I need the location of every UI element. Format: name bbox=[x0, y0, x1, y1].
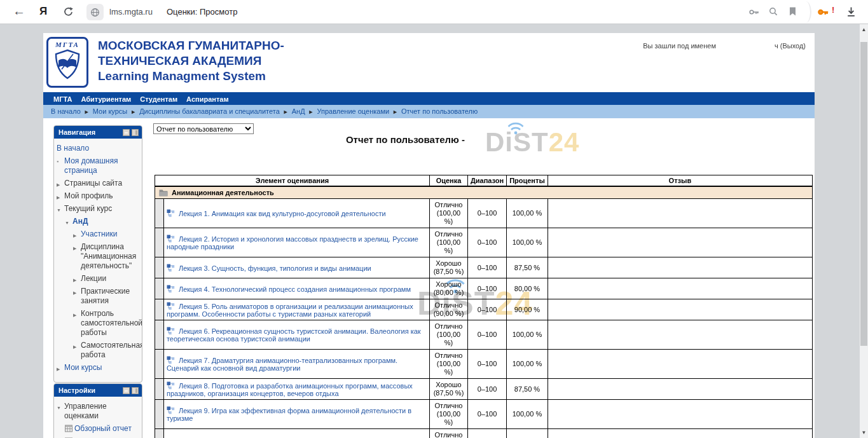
breadcrumb-link[interactable]: Отчет по пользователю bbox=[401, 107, 478, 115]
collapse-toggle-icon[interactable]: ▼ bbox=[57, 403, 61, 413]
nav-item: ▶Дисциплина "Анимационная деятельность" bbox=[57, 242, 140, 271]
percent-cell: 90,00 % bbox=[507, 299, 548, 320]
grade-item-link[interactable]: Лекция 6. Рекреационная сущность туристс… bbox=[167, 327, 421, 343]
grade-word: Отлично bbox=[432, 201, 465, 209]
grade-item-link[interactable]: Лекция 9. Игра как эффективная форма ани… bbox=[167, 407, 411, 422]
nav-item-label[interactable]: АнД bbox=[72, 217, 88, 226]
browser-toolbar: ← Я lms.mgta.ru Оценки: Просмотр ! bbox=[0, 0, 868, 24]
grade-row: Лекция 7. Драматургия анимационно-театра… bbox=[155, 350, 813, 379]
grade-row: Лекция 4. Технологический процесс создан… bbox=[155, 278, 813, 299]
breadcrumb-link[interactable]: Дисциплины бакалавриата и специалитета bbox=[139, 107, 280, 115]
nav-item: ▪Моя домашняя страница bbox=[57, 156, 140, 175]
feedback-cell bbox=[548, 299, 812, 320]
settings-block: Настройки ▼Управление оценками Обзорный … bbox=[53, 383, 142, 438]
report-type-select[interactable]: Отчет по пользователю bbox=[153, 123, 254, 134]
range-cell: 0–100 bbox=[467, 199, 506, 228]
nav-item-label: Мой профиль bbox=[64, 191, 113, 200]
grade-word: Отлично bbox=[432, 230, 465, 238]
range-cell: 0–100 bbox=[467, 228, 506, 257]
academy-title: МОСКОВСКАЯ ГУМАНИТАРНО- ТЕХНИЧЕСКАЯ АКАД… bbox=[98, 38, 284, 84]
back-button[interactable]: ← bbox=[13, 4, 25, 18]
range-cell: 0–100 bbox=[467, 299, 506, 320]
scrollbar-thumb[interactable] bbox=[860, 42, 867, 346]
logo-text: МГТА bbox=[48, 41, 86, 48]
search-zoom-icon[interactable] bbox=[768, 6, 778, 17]
breadcrumb-separator-icon: ► bbox=[283, 109, 289, 115]
feedback-cell bbox=[548, 379, 812, 400]
range-cell: 0–100 bbox=[467, 257, 506, 278]
expand-toggle-icon[interactable]: ▶ bbox=[57, 193, 60, 202]
password-key-icon[interactable] bbox=[749, 7, 760, 17]
expand-toggle-icon[interactable]: ▶ bbox=[73, 243, 76, 253]
nav-item-label[interactable]: Участники bbox=[81, 229, 117, 238]
logout-link[interactable]: ч (Выход) bbox=[775, 42, 806, 50]
grade-item-link[interactable]: Лекция 2. История и хронология массовых … bbox=[167, 235, 418, 250]
nav-item-label[interactable]: Мои курсы bbox=[64, 363, 102, 372]
breadcrumb-link[interactable]: В начало bbox=[51, 107, 81, 115]
block-dock-icon[interactable] bbox=[132, 387, 139, 394]
indent-cell bbox=[155, 228, 164, 257]
indent-cell bbox=[155, 429, 164, 438]
block-minimize-icon[interactable] bbox=[123, 387, 130, 394]
collapse-toggle-icon[interactable]: ▼ bbox=[65, 218, 69, 228]
grade-pct: (87,50 %) bbox=[432, 389, 465, 397]
protect-password-alert-icon[interactable] bbox=[818, 7, 830, 17]
grade-word: Хорошо bbox=[432, 259, 465, 268]
nav-item-label[interactable]: В начало bbox=[57, 144, 89, 153]
grade-item-link[interactable]: Лекция 1. Анимация как вид культурно-дос… bbox=[179, 210, 386, 217]
range-cell: 0–100 bbox=[467, 429, 506, 438]
navbar-item-мгта[interactable]: МГТА bbox=[53, 95, 72, 103]
scroll-up-arrow-icon[interactable]: ▲ bbox=[860, 27, 868, 32]
indent-cell bbox=[155, 379, 164, 400]
bullet-icon: ▪ bbox=[57, 157, 59, 167]
browser-scrollbar[interactable]: ▲ ▼ bbox=[860, 24, 868, 438]
grade-item-link[interactable]: Лекция 7. Драматургия анимационно-театра… bbox=[167, 357, 397, 372]
expand-toggle-icon[interactable]: ▶ bbox=[73, 342, 76, 352]
settings-item-label[interactable]: Обзорный отчет bbox=[74, 424, 132, 433]
feedback-cell bbox=[548, 199, 812, 228]
scroll-down-arrow-icon[interactable]: ▼ bbox=[860, 430, 868, 435]
refresh-icon[interactable] bbox=[63, 6, 74, 17]
lms-subtitle: Learning Managment System bbox=[98, 69, 284, 84]
yandex-browser-icon[interactable]: Я bbox=[39, 5, 47, 18]
navbar-item-аспирантам[interactable]: Аспирантам bbox=[186, 95, 228, 103]
expand-toggle-icon[interactable]: ▶ bbox=[73, 288, 76, 298]
breadcrumb-link[interactable]: АнД bbox=[292, 107, 305, 115]
expand-toggle-icon[interactable]: ▶ bbox=[73, 310, 76, 320]
nav-item: В начало bbox=[57, 144, 140, 153]
breadcrumb-link[interactable]: Мои курсы bbox=[93, 107, 127, 115]
expand-toggle-icon[interactable]: ▶ bbox=[73, 275, 76, 285]
grade-word: Отлично bbox=[432, 322, 465, 331]
page-title: Отчет по пользователю - bbox=[76, 134, 734, 145]
page-background: МГТА МОСКОВСКАЯ ГУМАНИТАРНО- ТЕХНИЧЕСКАЯ… bbox=[0, 24, 860, 438]
grade-row: Итоговое тестирование Отлично(100,00 %) … bbox=[155, 429, 813, 438]
academy-title-line1: МОСКОВСКАЯ ГУМАНИТАРНО- bbox=[98, 38, 284, 53]
lesson-icon bbox=[167, 406, 175, 414]
breadcrumb-link[interactable]: Управление оценками bbox=[317, 107, 390, 115]
address-bar-url[interactable]: lms.mgta.ru bbox=[109, 7, 153, 17]
grade-item-link[interactable]: Лекция 4. Технологический процесс создан… bbox=[179, 285, 411, 293]
expand-toggle-icon[interactable]: ▶ bbox=[57, 364, 60, 374]
nav-item-label[interactable]: Моя домашняя страница bbox=[64, 156, 118, 175]
bookmark-icon[interactable] bbox=[788, 6, 797, 17]
item-icon-slot bbox=[167, 357, 179, 364]
feedback-cell bbox=[548, 429, 812, 438]
navbar-item-студентам[interactable]: Студентам bbox=[140, 95, 177, 103]
navbar-item-абитуриентам[interactable]: Абитуриентам bbox=[81, 95, 131, 103]
mgta-logo[interactable]: МГТА bbox=[46, 37, 88, 88]
nav-item-label: Текущий курс bbox=[64, 204, 112, 213]
nav-item: ▼Текущий курс bbox=[57, 204, 140, 214]
site-info-chip[interactable] bbox=[86, 4, 104, 20]
range-cell: 0–100 bbox=[467, 379, 506, 400]
percent-cell: 100,00 % bbox=[507, 429, 548, 438]
expand-toggle-icon[interactable]: ▶ bbox=[73, 231, 76, 240]
settings-item-label: Управление оценками bbox=[64, 402, 107, 420]
collapse-toggle-icon[interactable]: ▼ bbox=[57, 205, 61, 215]
expand-toggle-icon[interactable]: ▶ bbox=[57, 180, 60, 189]
grade-item-link[interactable]: Лекция 3. Сущность, функция, типология и… bbox=[179, 264, 371, 272]
col-header-range: Диапазон bbox=[467, 175, 506, 187]
grade-item-link[interactable]: Лекция 8. Подготовка и разработка анимац… bbox=[167, 382, 413, 397]
grade-item-link[interactable]: Лекция 5. Роль аниматоров в организации … bbox=[167, 303, 413, 318]
percent-cell: 87,50 % bbox=[507, 257, 548, 278]
download-icon[interactable] bbox=[846, 6, 857, 18]
